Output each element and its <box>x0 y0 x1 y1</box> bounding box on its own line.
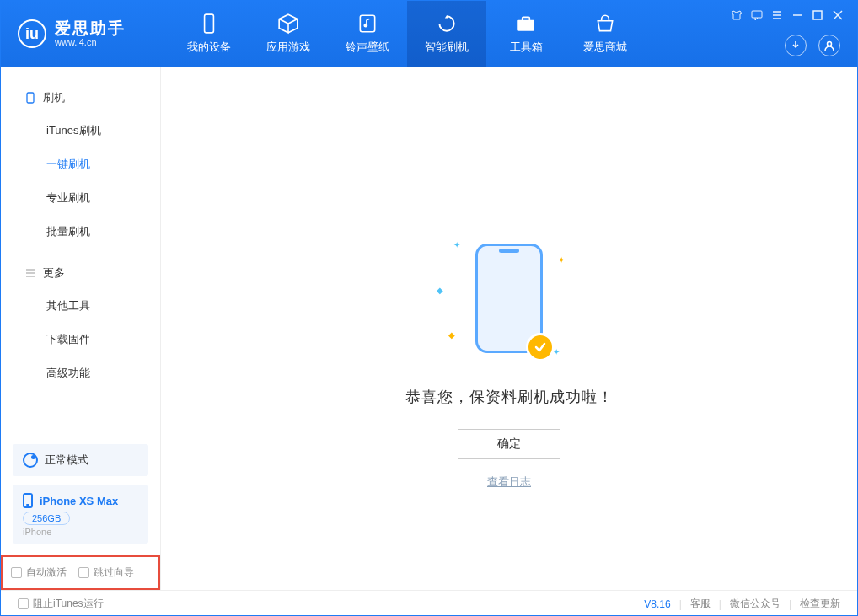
menu-icon[interactable] <box>771 9 783 21</box>
toolbox-icon <box>515 13 537 35</box>
device-phone-icon <box>23 493 33 508</box>
svg-rect-14 <box>27 93 34 103</box>
sidebar-item-advanced[interactable]: 高级功能 <box>1 356 160 390</box>
view-log-link[interactable]: 查看日志 <box>487 474 531 490</box>
device-icon <box>198 13 220 35</box>
window-controls <box>731 9 844 21</box>
maximize-button[interactable] <box>812 9 823 21</box>
logo-icon: iu <box>18 19 46 48</box>
tab-store[interactable]: 爱思商城 <box>566 1 645 67</box>
svg-rect-5 <box>752 11 762 18</box>
sidebar-item-pro-flash[interactable]: 专业刷机 <box>1 181 160 215</box>
logo-title: 爱思助手 <box>55 20 126 38</box>
account-button[interactable] <box>818 35 840 56</box>
footer: 阻止iTunes运行 V8.16 | 客服 | 微信公众号 | 检查更新 <box>1 590 857 616</box>
sidebar-item-oneclick-flash[interactable]: 一键刷机 <box>1 147 160 181</box>
header: iu 爱思助手 www.i4.cn 我的设备 应用游戏 铃声壁纸 智能刷机 工具… <box>1 1 857 67</box>
music-icon <box>357 13 378 35</box>
cube-icon <box>277 13 299 35</box>
tab-toolbox[interactable]: 工具箱 <box>486 1 566 67</box>
device-card[interactable]: iPhone XS Max 256GB iPhone <box>13 485 148 544</box>
svg-rect-3 <box>517 20 534 31</box>
main-tabs: 我的设备 应用游戏 铃声壁纸 智能刷机 工具箱 爱思商城 <box>169 1 645 67</box>
svg-rect-1 <box>360 15 374 32</box>
success-message: 恭喜您，保资料刷机成功啦！ <box>405 387 614 407</box>
checkbox-icon <box>11 567 22 578</box>
checkbox-auto-activate[interactable]: 自动激活 <box>11 565 67 580</box>
svg-rect-10 <box>813 11 822 19</box>
checkbox-icon <box>18 598 29 609</box>
footer-link-wechat[interactable]: 微信公众号 <box>730 597 780 611</box>
sidebar-item-batch-flash[interactable]: 批量刷机 <box>1 215 160 249</box>
sidebar-section-more: 更多 <box>1 257 160 289</box>
logo: iu 爱思助手 www.i4.cn <box>1 19 169 48</box>
tab-flash[interactable]: 智能刷机 <box>407 1 486 67</box>
footer-link-update[interactable]: 检查更新 <box>800 597 840 611</box>
list-icon <box>24 267 36 279</box>
shirt-icon[interactable] <box>731 9 743 21</box>
sidebar-item-other-tools[interactable]: 其他工具 <box>1 289 160 323</box>
mode-icon <box>23 453 38 468</box>
footer-link-support[interactable]: 客服 <box>690 597 711 611</box>
feedback-icon[interactable] <box>751 9 763 21</box>
svg-point-13 <box>828 42 832 46</box>
mode-card[interactable]: 正常模式 <box>13 444 148 476</box>
svg-rect-0 <box>205 14 214 33</box>
tab-apps[interactable]: 应用游戏 <box>249 1 328 67</box>
svg-rect-4 <box>523 17 530 20</box>
success-illustration: ✦✦◆✦◆ <box>433 235 585 362</box>
tab-ringtones[interactable]: 铃声壁纸 <box>328 1 407 67</box>
store-icon <box>594 13 616 35</box>
main-content: ✦✦◆✦◆ 恭喜您，保资料刷机成功啦！ 确定 查看日志 <box>161 67 857 590</box>
device-name: iPhone XS Max <box>40 495 118 507</box>
check-badge-icon <box>526 333 555 362</box>
phone-icon <box>24 92 36 104</box>
version-label: V8.16 <box>644 598 670 610</box>
device-type: iPhone <box>23 527 138 537</box>
checkbox-icon <box>78 567 89 578</box>
options-row-highlighted: 自动激活 跳过向导 <box>1 555 160 590</box>
sidebar-item-download-firmware[interactable]: 下载固件 <box>1 323 160 356</box>
checkbox-skip-guide[interactable]: 跳过向导 <box>78 565 134 580</box>
close-button[interactable] <box>832 9 844 21</box>
sidebar-item-itunes-flash[interactable]: iTunes刷机 <box>1 114 160 147</box>
device-capacity: 256GB <box>23 512 70 525</box>
logo-subtitle: www.i4.cn <box>55 37 126 47</box>
download-button[interactable] <box>785 35 807 56</box>
refresh-icon <box>436 13 458 35</box>
sidebar-section-flash: 刷机 <box>1 82 160 114</box>
svg-point-2 <box>364 24 367 27</box>
ok-button[interactable]: 确定 <box>458 429 560 459</box>
sidebar: 刷机 iTunes刷机 一键刷机 专业刷机 批量刷机 更多 其他工具 下载固件 … <box>1 67 161 590</box>
checkbox-block-itunes[interactable]: 阻止iTunes运行 <box>18 597 104 611</box>
tab-my-device[interactable]: 我的设备 <box>169 1 249 67</box>
minimize-button[interactable] <box>791 9 803 21</box>
